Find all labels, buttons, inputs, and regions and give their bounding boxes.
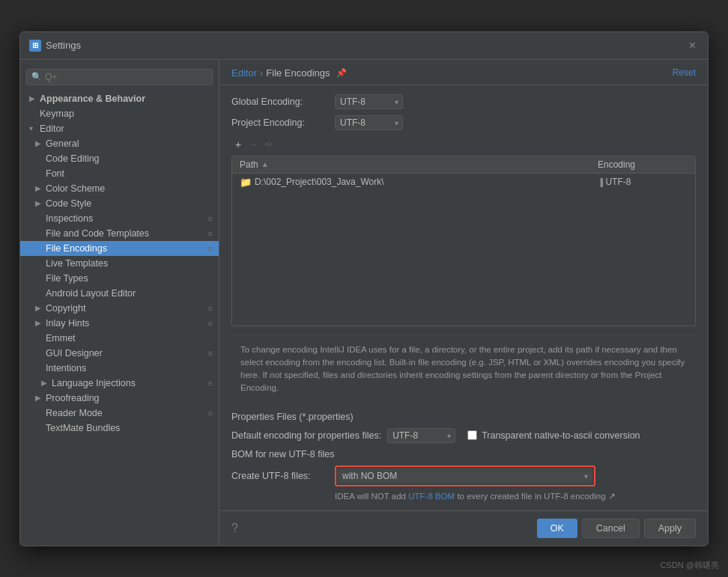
- apply-button[interactable]: Apply: [644, 519, 696, 538]
- add-button[interactable]: +: [231, 136, 245, 153]
- tree-arrow: ▶: [41, 379, 49, 387]
- reset-button[interactable]: Reset: [673, 67, 696, 78]
- table-header: Path ▲ Encoding: [232, 156, 695, 174]
- tree-arrow: ▶: [35, 394, 43, 402]
- sidebar-item-editor[interactable]: ▾Editor: [20, 121, 219, 136]
- search-input[interactable]: [45, 72, 207, 82]
- sidebar-item-label: Code Style: [46, 198, 91, 209]
- global-encoding-select-wrap: UTF-8 UTF-16 ISO-8859-1: [335, 94, 403, 109]
- bom-info-after: to every created file in UTF-8 encoding: [455, 492, 605, 501]
- col-path-label: Path: [240, 159, 258, 170]
- settings-indicator: ≡: [208, 229, 213, 238]
- close-button[interactable]: ×: [686, 38, 699, 53]
- bom-info-before: IDEA will NOT add: [335, 492, 408, 501]
- settings-indicator: ≡: [208, 349, 213, 358]
- settings-indicator: ≡: [208, 319, 213, 328]
- sidebar-item-color-scheme[interactable]: ▶Color Scheme: [20, 181, 219, 196]
- settings-indicator: ≡: [208, 409, 213, 418]
- sidebar-item-label: File Types: [46, 273, 88, 284]
- global-encoding-label: Global Encoding:: [231, 97, 329, 107]
- breadcrumb-editor[interactable]: Editor: [231, 67, 257, 79]
- sidebar-item-copyright[interactable]: ▶Copyright≡: [20, 301, 219, 316]
- table-row[interactable]: 📁 D:\002_Project\003_Java_Work\ ▐ UTF-8: [232, 174, 695, 191]
- title-bar-left: ⊞ Settings: [29, 40, 81, 52]
- bom-select[interactable]: with NO BOM with BOM: [338, 468, 592, 483]
- sidebar-item-language-injections[interactable]: ▶Language Injections≡: [20, 376, 219, 391]
- tree-arrow: ▾: [29, 124, 37, 132]
- footer: ? OK Cancel Apply: [219, 510, 708, 546]
- project-encoding-select-wrap: UTF-8 UTF-16 ISO-8859-1: [335, 115, 403, 130]
- sidebar-item-label: Color Scheme: [46, 183, 105, 194]
- settings-indicator: ≡: [208, 244, 213, 253]
- ok-button[interactable]: OK: [537, 519, 577, 538]
- sidebar-items-container: ▶Appearance & Behavior▶Keymap▾Editor▶Gen…: [20, 91, 219, 436]
- sidebar-item-label: Android Layout Editor: [46, 288, 136, 299]
- remove-button[interactable]: −: [246, 136, 260, 153]
- sidebar-item-keymap[interactable]: ▶Keymap: [20, 106, 219, 121]
- settings-dialog: ⊞ Settings × 🔍 ▶Appearance & Behavior▶Ke…: [19, 31, 709, 546]
- sidebar-item-emmet[interactable]: ▶Emmet: [20, 331, 219, 346]
- sidebar-item-label: Inspections: [46, 213, 93, 224]
- sidebar-item-gui-designer[interactable]: ▶GUI Designer≡: [20, 346, 219, 361]
- global-encoding-row: Global Encoding: UTF-8 UTF-16 ISO-8859-1: [231, 94, 696, 109]
- bom-select-wrap: with NO BOM with BOM: [338, 468, 592, 483]
- search-box[interactable]: 🔍: [26, 69, 213, 85]
- bom-info-link[interactable]: UTF-8 BOM: [408, 492, 455, 501]
- dialog-title: Settings: [46, 40, 81, 51]
- table-toolbar: + − ✏: [231, 136, 696, 153]
- sidebar-item-code-editing[interactable]: ▶Code Editing: [20, 151, 219, 166]
- bom-info-arrow: ↗: [608, 492, 616, 501]
- sidebar-item-live-templates[interactable]: ▶Live Templates: [20, 256, 219, 271]
- properties-encoding-row: Default encoding for properties files: U…: [231, 428, 696, 443]
- help-button[interactable]: ?: [231, 522, 238, 535]
- global-encoding-select[interactable]: UTF-8 UTF-16 ISO-8859-1: [335, 94, 403, 109]
- sidebar: 🔍 ▶Appearance & Behavior▶Keymap▾Editor▶G…: [20, 60, 219, 546]
- col-path-header[interactable]: Path ▲: [232, 156, 590, 173]
- sidebar-item-label: Proofreading: [46, 393, 100, 403]
- properties-encoding-label: Default encoding for properties files:: [231, 430, 381, 441]
- path-text: D:\002_Project\003_Java_Work\: [255, 177, 384, 187]
- sort-arrow: ▲: [261, 160, 269, 168]
- sidebar-item-reader-mode[interactable]: ▶Reader Mode≡: [20, 406, 219, 421]
- sidebar-item-label: Live Templates: [46, 258, 108, 269]
- dialog-body: 🔍 ▶Appearance & Behavior▶Keymap▾Editor▶G…: [20, 60, 708, 546]
- bom-section-title: BOM for new UTF-8 files: [231, 449, 696, 460]
- sidebar-item-inspections[interactable]: ▶Inspections≡: [20, 211, 219, 226]
- table-empty-space: [232, 191, 695, 326]
- col-encoding-header[interactable]: Encoding: [590, 156, 695, 173]
- edit-button[interactable]: ✏: [261, 136, 278, 153]
- sidebar-item-label: Editor: [40, 123, 64, 134]
- sidebar-item-appearance[interactable]: ▶Appearance & Behavior: [20, 91, 219, 106]
- sidebar-item-label: Font: [46, 168, 64, 179]
- path-encoding-table: Path ▲ Encoding 📁 D:\002_Project\003_Jav…: [231, 156, 696, 326]
- tree-arrow: ▶: [35, 199, 43, 207]
- sidebar-item-label: Reader Mode: [46, 408, 103, 418]
- sidebar-item-inlay-hints[interactable]: ▶Inlay Hints≡: [20, 316, 219, 331]
- sidebar-item-label: Language Injections: [52, 378, 136, 388]
- project-encoding-select[interactable]: UTF-8 UTF-16 ISO-8859-1: [335, 115, 403, 130]
- sidebar-item-file-encodings[interactable]: ▶File Encodings≡: [20, 241, 219, 256]
- sidebar-item-file-code-templates[interactable]: ▶File and Code Templates≡: [20, 226, 219, 241]
- sidebar-item-file-types[interactable]: ▶File Types: [20, 271, 219, 286]
- cell-encoding: ▐ UTF-8: [590, 174, 695, 191]
- app-icon: ⊞: [29, 40, 41, 52]
- cancel-button[interactable]: Cancel: [582, 519, 640, 538]
- pin-icon[interactable]: 📌: [336, 68, 347, 78]
- sidebar-item-proofreading[interactable]: ▶Proofreading: [20, 391, 219, 406]
- bom-info: IDEA will NOT add UTF-8 BOM to every cre…: [335, 491, 696, 501]
- properties-encoding-select[interactable]: UTF-8 UTF-16 ISO-8859-1: [387, 428, 455, 443]
- sidebar-item-intentions[interactable]: ▶Intentions: [20, 361, 219, 376]
- cell-path: 📁 D:\002_Project\003_Java_Work\: [232, 174, 590, 191]
- native-ascii-label: Transparent native-to-ascii conversion: [482, 430, 640, 441]
- sidebar-item-label: Code Editing: [46, 153, 100, 164]
- sidebar-item-general[interactable]: ▶General: [20, 136, 219, 151]
- sidebar-item-code-style[interactable]: ▶Code Style: [20, 196, 219, 211]
- sidebar-item-android-layout[interactable]: ▶Android Layout Editor: [20, 286, 219, 301]
- sidebar-item-label: Appearance & Behavior: [40, 94, 145, 104]
- native-ascii-checkbox[interactable]: [467, 430, 477, 440]
- sidebar-item-label: GUI Designer: [46, 348, 103, 358]
- sidebar-item-label: File Encodings: [46, 243, 107, 254]
- sidebar-item-textmate-bundles[interactable]: ▶TextMate Bundles: [20, 421, 219, 436]
- sidebar-item-font[interactable]: ▶Font: [20, 166, 219, 181]
- table-rows: 📁 D:\002_Project\003_Java_Work\ ▐ UTF-8: [232, 174, 695, 191]
